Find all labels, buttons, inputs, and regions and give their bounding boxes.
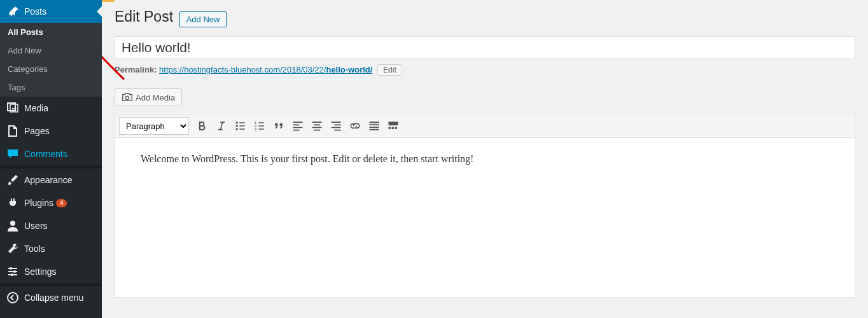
sidebar-item-pages[interactable]: Pages: [0, 120, 102, 142]
permalink-row: Permalink: https://hostingfacts-bluehost…: [115, 64, 855, 76]
page-title: Edit Post: [115, 8, 173, 25]
sidebar-sub-add-new[interactable]: Add New: [0, 41, 102, 60]
read-more-button[interactable]: [365, 116, 384, 135]
sidebar-item-label: Pages: [24, 126, 50, 136]
toolbar-toggle-button[interactable]: [384, 116, 403, 135]
pushpin-icon: [6, 5, 19, 18]
plugins-update-badge: 4: [56, 199, 67, 207]
editor-toolbar: Paragraph 123: [115, 114, 855, 138]
align-right-button[interactable]: [326, 116, 346, 135]
sidebar-item-label: Collapse menu: [24, 293, 83, 303]
format-select[interactable]: Paragraph: [119, 117, 189, 135]
link-button[interactable]: [346, 116, 365, 135]
svg-point-0: [10, 221, 15, 226]
sidebar-sub-all-posts[interactable]: All Posts: [0, 23, 102, 41]
bold-button[interactable]: [193, 116, 212, 135]
sidebar-item-collapse[interactable]: Collapse menu: [0, 286, 102, 309]
svg-rect-12: [389, 121, 398, 125]
sidebar-item-label: Settings: [24, 266, 57, 277]
svg-rect-14: [392, 127, 394, 129]
svg-point-4: [8, 293, 18, 303]
sidebar-submenu-posts: All Posts Add New Categories Tags: [0, 23, 102, 97]
sidebar-item-label: Tools: [24, 244, 45, 254]
wrench-icon: [6, 242, 19, 255]
permalink-slug: hello-world/: [326, 65, 372, 74]
admin-sidebar: Posts All Posts Add New Categories Tags …: [0, 0, 102, 318]
blockquote-button[interactable]: [269, 116, 288, 135]
svg-point-1: [10, 267, 12, 270]
svg-rect-13: [389, 127, 391, 129]
sidebar-item-label: Plugins: [24, 198, 53, 208]
brush-icon: [6, 174, 19, 186]
sidebar-sub-tags[interactable]: Tags: [0, 78, 102, 97]
svg-point-8: [236, 128, 238, 130]
sidebar-item-label: Posts: [24, 6, 46, 17]
sidebar-item-media[interactable]: Media: [0, 97, 102, 120]
svg-point-6: [236, 121, 238, 123]
align-center-button[interactable]: [307, 116, 326, 135]
svg-point-3: [11, 273, 13, 276]
sidebar-item-label: Comments: [24, 149, 67, 159]
sidebar-item-settings[interactable]: Settings: [0, 260, 102, 283]
sidebar-item-appearance[interactable]: Appearance: [0, 169, 102, 191]
bullet-list-button[interactable]: [231, 116, 250, 135]
page-icon: [6, 125, 19, 137]
add-media-label: Add Media: [136, 93, 175, 102]
permalink-label: Permalink:: [115, 65, 157, 74]
plug-icon: [6, 197, 19, 209]
italic-button[interactable]: [212, 116, 231, 135]
sidebar-item-users[interactable]: Users: [0, 214, 102, 237]
sidebar-sub-categories[interactable]: Categories: [0, 60, 102, 78]
add-new-button[interactable]: Add New: [179, 11, 227, 27]
sidebar-item-label: Users: [24, 221, 48, 231]
post-title-input[interactable]: [115, 36, 855, 59]
top-accent-bar: [102, 0, 115, 2]
editor-container: Paragraph 123 Welcome to WordPress. This…: [115, 114, 855, 298]
svg-point-5: [125, 96, 129, 99]
svg-rect-15: [395, 127, 397, 129]
sidebar-item-plugins[interactable]: Plugins 4: [0, 191, 102, 214]
add-media-button[interactable]: Add Media: [115, 88, 182, 106]
collapse-icon: [6, 291, 19, 304]
user-icon: [6, 219, 19, 232]
sidebar-item-comments[interactable]: Comments: [0, 142, 102, 165]
permalink-base: https://hostingfacts-bluehost.com/2018/0…: [159, 65, 326, 74]
comment-icon: [6, 148, 19, 160]
svg-point-2: [13, 270, 16, 273]
svg-text:3: 3: [255, 127, 256, 131]
numbered-list-button[interactable]: 123: [250, 116, 269, 135]
camera-music-icon: [122, 92, 133, 103]
editor-body[interactable]: Welcome to WordPress. This is your first…: [115, 138, 855, 297]
media-icon: [6, 102, 19, 114]
sidebar-item-label: Appearance: [24, 175, 73, 185]
permalink-link[interactable]: https://hostingfacts-bluehost.com/2018/0…: [159, 65, 372, 74]
svg-point-7: [236, 125, 238, 127]
sidebar-item-label: Media: [24, 103, 48, 113]
align-left-button[interactable]: [288, 116, 307, 135]
main-content: Edit Post Add New Permalink: https://hos…: [102, 0, 868, 318]
edit-slug-button[interactable]: Edit: [377, 64, 402, 76]
sidebar-item-tools[interactable]: Tools: [0, 237, 102, 260]
sliders-icon: [6, 265, 19, 278]
sidebar-item-posts[interactable]: Posts: [0, 0, 102, 23]
